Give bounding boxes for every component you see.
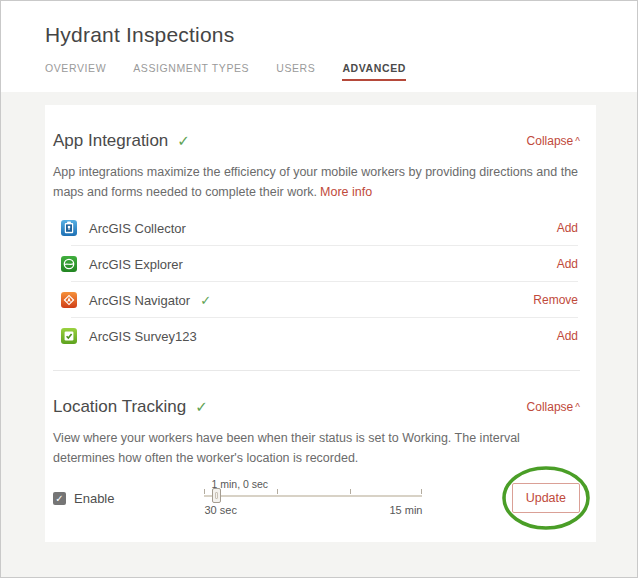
- slider-tick: [421, 489, 422, 494]
- more-info-link[interactable]: More info: [320, 185, 372, 199]
- app-row-explorer: ArcGIS Explorer Add: [53, 246, 580, 282]
- location-tracking-controls: ✓ Enable 1 min, 0 sec: [53, 480, 580, 516]
- slider-ticks: 1 min, 0 sec: [204, 480, 422, 495]
- explorer-add-link[interactable]: Add: [557, 257, 580, 271]
- app-name: ArcGIS Navigator: [89, 293, 190, 308]
- explorer-app-icon: [61, 256, 77, 272]
- app-row-navigator: ArcGIS Navigator ✓ Remove: [53, 282, 580, 318]
- tab-overview[interactable]: OVERVIEW: [45, 62, 106, 81]
- update-button-area: Update: [512, 483, 580, 513]
- advanced-settings-card: App Integration ✓ Collapse^ App integrat…: [45, 105, 596, 542]
- page-title: Hydrant Inspections: [45, 23, 637, 47]
- workforce-project-page: Hydrant Inspections OVERVIEW ASSIGNMENT …: [0, 0, 638, 578]
- app-list: ArcGIS Collector Add ArcGIS Explorer Add: [53, 210, 580, 354]
- tab-assignment-types[interactable]: ASSIGNMENT TYPES: [133, 62, 249, 81]
- slider-tick: [350, 489, 351, 494]
- tab-users[interactable]: USERS: [276, 62, 315, 81]
- app-integration-title: App Integration: [53, 131, 168, 151]
- location-tracking-description: View where your workers have been when t…: [53, 428, 580, 468]
- collapse-caret-icon: ^: [575, 136, 580, 147]
- collapse-caret-icon: ^: [575, 402, 580, 413]
- update-button[interactable]: Update: [512, 483, 580, 513]
- enable-checkbox[interactable]: ✓ Enable: [53, 491, 114, 506]
- survey123-add-link[interactable]: Add: [557, 329, 580, 343]
- enable-label: Enable: [74, 491, 114, 506]
- app-integration-description: App integrations maximize the efficiency…: [53, 162, 580, 202]
- app-row-survey123: ArcGIS Survey123 Add: [53, 318, 580, 354]
- app-name: ArcGIS Collector: [89, 221, 186, 236]
- survey123-app-icon: [61, 328, 77, 344]
- app-integration-section: App Integration ✓ Collapse^ App integrat…: [53, 105, 580, 354]
- interval-slider[interactable]: 1 min, 0 sec 30 sec 15 min: [204, 480, 422, 516]
- location-tracking-section: Location Tracking ✓ Collapse^ View where…: [53, 371, 580, 516]
- slider-tick: [204, 489, 205, 494]
- slider-tick: [277, 489, 278, 494]
- app-name: ArcGIS Survey123: [89, 329, 197, 344]
- navigator-remove-link[interactable]: Remove: [533, 293, 580, 307]
- navigator-app-icon: [61, 292, 77, 308]
- advanced-tab-content: App Integration ✓ Collapse^ App integrat…: [1, 92, 637, 578]
- tab-advanced[interactable]: ADVANCED: [342, 62, 406, 81]
- slider-min-label: 30 sec: [204, 504, 236, 516]
- tab-bar: OVERVIEW ASSIGNMENT TYPES USERS ADVANCED: [45, 62, 637, 81]
- app-name: ArcGIS Explorer: [89, 257, 183, 272]
- slider-track[interactable]: [204, 495, 422, 497]
- check-icon: ✓: [177, 132, 190, 150]
- check-icon: ✓: [195, 398, 208, 416]
- slider-handle[interactable]: [212, 488, 221, 503]
- check-icon: ✓: [200, 293, 211, 308]
- slider-max-label: 15 min: [389, 504, 422, 516]
- app-integration-collapse-link[interactable]: Collapse^: [527, 134, 580, 148]
- collector-add-link[interactable]: Add: [557, 221, 580, 235]
- location-tracking-collapse-link[interactable]: Collapse^: [527, 400, 580, 414]
- app-row-collector: ArcGIS Collector Add: [53, 210, 580, 246]
- checkbox-checked-icon[interactable]: ✓: [53, 492, 66, 505]
- page-header: Hydrant Inspections OVERVIEW ASSIGNMENT …: [1, 1, 637, 92]
- collector-app-icon: [61, 220, 77, 236]
- location-tracking-title: Location Tracking: [53, 397, 186, 417]
